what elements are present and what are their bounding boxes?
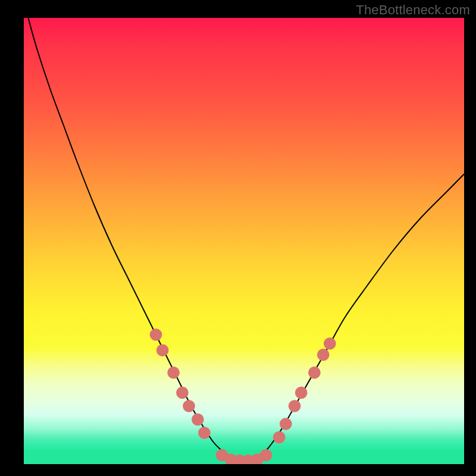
watermark-text: TheBottleneck.com: [356, 2, 470, 18]
data-marker: [183, 400, 195, 412]
plot-area: [24, 18, 464, 464]
marker-group: [150, 328, 336, 464]
data-marker: [176, 387, 189, 399]
bottleneck-curve: [28, 18, 464, 460]
data-marker: [260, 449, 273, 462]
data-marker: [324, 337, 336, 350]
data-marker: [150, 328, 162, 341]
data-marker: [273, 431, 286, 444]
chart-container: TheBottleneck.com: [0, 0, 476, 476]
data-marker: [198, 427, 211, 439]
data-marker: [317, 349, 330, 361]
data-marker: [295, 387, 308, 399]
data-marker: [192, 414, 204, 426]
data-marker: [167, 367, 180, 379]
data-marker: [289, 400, 301, 412]
data-marker: [308, 367, 321, 379]
data-marker: [156, 344, 169, 356]
data-marker: [280, 418, 292, 430]
chart-svg: [24, 18, 464, 464]
